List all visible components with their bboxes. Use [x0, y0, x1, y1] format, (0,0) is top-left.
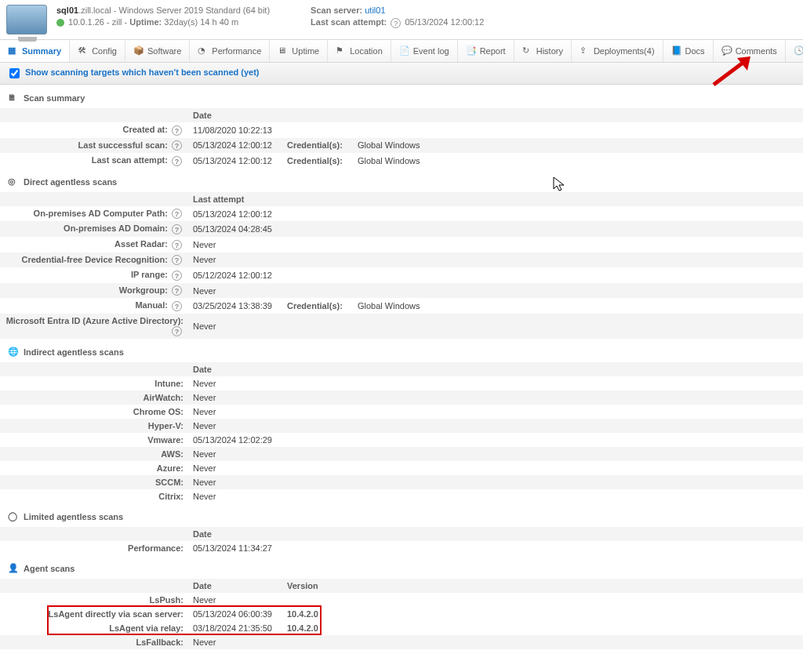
row-date: 03/18/2024 21:35:50	[188, 621, 282, 635]
tab-uptime[interactable]: 🖥Uptime	[270, 40, 328, 62]
table-row: Hyper-V: Never	[0, 419, 803, 433]
row-label: AWS:	[0, 447, 188, 461]
row-date: 11/08/2020 10:22:13	[188, 122, 282, 138]
cred-value	[353, 122, 803, 138]
domain: .zill.local	[78, 5, 111, 15]
direct-table: Last attempt On-premises AD Computer Pat…	[0, 192, 803, 339]
table-row: Azure: Never	[0, 461, 803, 475]
log-icon: 📄	[399, 45, 410, 56]
help-icon[interactable]: ?	[172, 240, 182, 250]
section-agent: 👤 Agent scans	[0, 555, 803, 579]
help-icon[interactable]: ?	[172, 156, 182, 166]
row-label: Citrix:	[0, 489, 188, 503]
scan-server-label: Scan server:	[311, 5, 365, 15]
cred-value	[353, 252, 803, 268]
help-icon[interactable]: ?	[172, 285, 182, 296]
cred-value	[353, 267, 803, 283]
tab-docs[interactable]: 📘Docs	[663, 40, 714, 62]
help-icon[interactable]: ?	[391, 18, 401, 28]
row-label: LsPush:	[0, 593, 188, 607]
help-icon[interactable]: ?	[172, 326, 182, 336]
tab-comments[interactable]: 💬Comments	[714, 40, 786, 62]
help-icon[interactable]: ?	[172, 255, 182, 265]
table-row: LsAgent via relay: 03/18/2024 21:35:5010…	[0, 621, 803, 635]
box-icon: 📦	[133, 45, 144, 56]
row-label: AirWatch:	[0, 390, 188, 405]
ip: 10.0.1.26 - zill -	[68, 17, 129, 27]
tab-config[interactable]: 🛠Config	[70, 40, 125, 62]
clock-icon: 🕓	[794, 45, 803, 56]
cred-value	[353, 237, 803, 252]
tab-bar: ▦Summary 🛠Config 📦Software ◔Performance …	[0, 39, 803, 63]
wrench-icon: 🛠	[78, 45, 89, 56]
help-icon[interactable]: ?	[172, 271, 182, 281]
row-label: IP range: ?	[0, 267, 188, 283]
report-icon: 📑	[466, 45, 477, 56]
monitor-icon: 🖥	[278, 45, 289, 56]
help-icon[interactable]: ?	[172, 125, 182, 136]
row-date: Never	[188, 419, 282, 433]
tab-software[interactable]: 📦Software	[125, 40, 190, 62]
row-label: Manual: ?	[0, 298, 188, 314]
globe-icon: 🌐	[8, 347, 19, 358]
help-icon[interactable]: ?	[172, 301, 182, 311]
os: - Windows Server 2019 Standard (64 bit)	[111, 5, 270, 15]
table-row: On-premises AD Computer Path: ?05/13/202…	[0, 206, 803, 222]
table-row: Vmware: 05/13/2024 12:02:29	[0, 433, 803, 447]
cred-value: Global Windows	[353, 298, 803, 314]
cred-value	[353, 206, 803, 222]
row-date: Never	[188, 475, 282, 489]
table-row: AirWatch: Never	[0, 390, 803, 405]
tab-scan-time[interactable]: 🕓Scan time	[786, 40, 803, 62]
tab-history[interactable]: ↻History	[514, 40, 572, 62]
cred-label: Credential(s):	[282, 153, 353, 169]
row-date: 05/12/2024 12:00:12	[188, 267, 282, 283]
row-date: 05/13/2024 11:34:27	[188, 541, 282, 555]
tab-eventlog[interactable]: 📄Event log	[391, 40, 458, 62]
cred-value: Global Windows	[353, 153, 803, 169]
row-label: Hyper-V:	[0, 419, 188, 433]
table-row: IP range: ?05/12/2024 12:00:12	[0, 267, 803, 283]
row-label: LsAgent directly via scan server:	[0, 607, 188, 621]
table-row: Manual: ?03/25/2024 13:38:39Credential(s…	[0, 298, 803, 314]
row-date: 05/13/2024 12:02:29	[188, 433, 282, 447]
tab-deployments[interactable]: ⇪Deployments(4)	[572, 40, 663, 62]
tab-report[interactable]: 📑Report	[458, 40, 514, 62]
table-row: AWS: Never	[0, 447, 803, 461]
row-label: Workgroup: ?	[0, 283, 188, 299]
row-date: 05/13/2024 12:00:12	[188, 153, 282, 169]
row-date: Never	[188, 314, 282, 339]
cred-label	[282, 122, 353, 138]
show-unscanned-label[interactable]: Show scanning targets which haven't been…	[25, 67, 259, 77]
help-icon[interactable]: ?	[172, 224, 182, 234]
row-date: 05/13/2024 12:00:12	[188, 206, 282, 222]
table-row: Last successful scan: ?05/13/2024 12:00:…	[0, 138, 803, 154]
help-icon[interactable]: ?	[172, 209, 182, 219]
hostname: sql01	[56, 5, 78, 15]
scan-server-link[interactable]: util01	[365, 5, 385, 15]
flag-icon: ⚑	[336, 45, 347, 56]
computer-icon	[6, 5, 47, 35]
tab-performance[interactable]: ◔Performance	[190, 40, 270, 62]
tab-location[interactable]: ⚑Location	[328, 40, 391, 62]
agent-table: DateVersion LsPush: NeverLsAgent directl…	[0, 579, 803, 649]
row-date: Never	[188, 489, 282, 503]
uptime-label: Uptime:	[129, 17, 162, 27]
row-date: 05/13/2024 12:00:12	[188, 138, 282, 154]
show-unscanned-checkbox[interactable]	[9, 68, 20, 78]
row-label: Asset Radar: ?	[0, 237, 188, 252]
row-date: 05/13/2024 06:00:39	[188, 607, 282, 621]
row-date: Never	[188, 635, 282, 649]
table-row: Workgroup: ?Never	[0, 283, 803, 299]
row-date: Never	[188, 593, 282, 607]
history-icon: ↻	[522, 45, 533, 56]
section-scan-summary: 🗎 Scan summary	[0, 85, 803, 108]
help-icon[interactable]: ?	[172, 140, 182, 151]
cred-value: Global Windows	[353, 138, 803, 154]
row-label: Chrome OS:	[0, 405, 188, 419]
tab-summary[interactable]: ▦Summary	[0, 40, 70, 62]
deploy-icon: ⇪	[580, 45, 590, 56]
row-label: Performance:	[0, 541, 188, 555]
table-row: Chrome OS: Never	[0, 405, 803, 419]
row-label: LsFallback:	[0, 635, 188, 649]
